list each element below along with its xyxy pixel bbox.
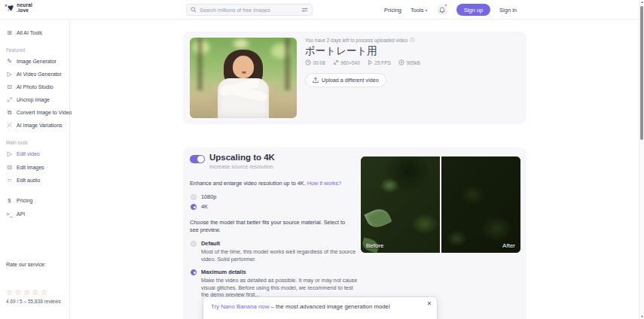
radio-unselected-icon — [191, 194, 197, 200]
sidebar-item-edit-video[interactable]: ▷ Edit video — [6, 149, 40, 158]
section-label-main-tools: Main tools — [6, 140, 28, 145]
uploaded-video-card: You have 2 days left to process uploaded… — [183, 32, 526, 124]
rating-score: 4.69 / 5 – 55,838 reviews — [6, 299, 61, 304]
after-label: After — [502, 242, 515, 249]
image-icon: ⊡ — [6, 164, 13, 171]
sidebar-item-ai-video-generator[interactable]: ▷ AI Video Generator — [6, 69, 62, 78]
notification-badge — [444, 4, 447, 7]
play-icon — [368, 59, 373, 65]
upscaling-subtitle: Increase source resolution — [209, 163, 273, 170]
model-option-maximum-details[interactable]: Maximum details — [191, 269, 246, 275]
before-after-preview[interactable]: Before After — [361, 156, 520, 253]
sidebar-item-pricing[interactable]: $ Pricing — [6, 196, 32, 205]
duration-value: 00:08 — [305, 59, 325, 65]
radio-unselected-icon — [191, 241, 197, 247]
chevron-down-icon: ▾ — [426, 8, 428, 13]
scrollbar-thumb[interactable] — [640, 6, 643, 140]
sidebar-item-image-generator[interactable]: ✎ Image Generator — [6, 56, 56, 65]
search-icon — [191, 7, 197, 13]
radio-selected-icon — [191, 204, 197, 210]
scroll-up-icon[interactable]: ▲ — [639, 0, 644, 4]
nav-pricing[interactable]: Pricing — [384, 7, 401, 14]
person-figure — [213, 50, 273, 118]
bokeh-highlight — [233, 39, 249, 48]
sidebar: ⊞ All AI Tools Featured ✎ Image Generato… — [0, 20, 70, 319]
filesize-value: 995kB — [398, 59, 420, 65]
sign-in-link[interactable]: Sign in — [499, 7, 517, 14]
upscaling-description: Enhance and enlarge video resolution up … — [190, 180, 359, 187]
sidebar-item-uncrop-image[interactable]: ⤢ Uncrop Image — [6, 95, 50, 104]
resolution-value: 960×540 — [333, 59, 360, 65]
search-input[interactable]: Search millions of free images — [186, 4, 313, 16]
app-window: ♥ neural .love Search millions of free i… — [0, 0, 644, 319]
upscaling-card: Upscaling to 4K Increase source resoluti… — [183, 147, 526, 319]
sidebar-item-api[interactable]: >_ API — [6, 209, 25, 218]
info-icon[interactable]: ⓘ — [410, 37, 415, 44]
upload-different-video-button[interactable]: Upload a different video — [305, 73, 386, 87]
after-region — [441, 156, 520, 253]
how-it-works-link[interactable]: How it works? — [307, 180, 341, 187]
tree-trunk — [285, 38, 290, 90]
camera-icon: ⊡ — [6, 84, 13, 90]
star-icon[interactable]: ☆ — [14, 288, 23, 296]
play-icon: ▷ — [6, 150, 13, 157]
nav-tools-dropdown[interactable]: Tools ▾ — [411, 7, 428, 14]
model-hint: Choose the model that better fits your s… — [190, 219, 349, 234]
section-label-featured: Featured — [6, 47, 25, 53]
sidebar-item-ai-image-variations[interactable]: ⤫ AI Image Variations — [6, 120, 63, 129]
resolution-option-4k[interactable]: 4K — [191, 203, 208, 210]
scroll-down-icon[interactable]: ▼ — [639, 314, 644, 318]
star-icon[interactable]: ☆ — [23, 288, 32, 296]
grid-icon: ⊞ — [6, 29, 13, 36]
sign-up-button[interactable]: Sign up — [456, 4, 490, 16]
resolution-option-1080p[interactable]: 1080p — [191, 193, 216, 200]
expand-arrows-icon: ⤢ — [6, 96, 13, 103]
model-option-default[interactable]: Default — [191, 240, 220, 247]
video-details: You have 2 days left to process uploaded… — [305, 32, 520, 124]
video-title: ポートレート用 — [305, 44, 377, 58]
dollar-icon: $ — [6, 197, 13, 204]
rate-service-label: Rate our service: — [6, 262, 46, 267]
sparkle-icon — [8, 9, 9, 11]
star-icon[interactable]: ☆ — [6, 288, 14, 296]
upload-icon — [313, 77, 319, 84]
video-meta: 00:08 960×540 25 FPS 995kB — [305, 59, 420, 65]
sidebar-item-convert-image-to-video[interactable]: ⧉ Convert Image to Video — [6, 108, 72, 117]
model-maximum-description: Make the video as detailed as possible. … — [201, 277, 359, 299]
play-icon: ▷ — [6, 71, 13, 77]
radio-selected-icon — [191, 269, 197, 275]
page-scrollbar[interactable]: ▲ ▼ — [639, 0, 644, 319]
fps-value: 25 FPS — [368, 59, 391, 65]
sidebar-item-all-ai-tools[interactable]: ⊞ All AI Tools — [6, 28, 42, 37]
logo-text: neural .love — [17, 2, 32, 13]
notifications-button[interactable] — [437, 5, 447, 15]
heart-logo-icon: ♥ — [7, 2, 14, 13]
rating-stars[interactable]: ☆☆☆☆☆ — [6, 288, 49, 296]
comparison-divider-handle[interactable] — [440, 156, 441, 253]
headphones-icon: ∩ — [6, 177, 13, 184]
sparkle-icon — [5, 5, 7, 7]
before-label: Before — [366, 242, 384, 249]
logo[interactable]: ♥ neural .love — [8, 2, 32, 13]
star-icon[interactable]: ☆ — [32, 288, 40, 296]
search-placeholder: Search millions of free images — [200, 8, 298, 13]
disk-icon — [398, 59, 404, 65]
video-thumbnail[interactable] — [190, 38, 297, 118]
tree-trunk — [197, 38, 203, 90]
shuffle-icon: ⤫ — [6, 122, 13, 129]
header-nav: Pricing Tools ▾ Sign up Sign in — [384, 0, 517, 20]
nano-banana-link[interactable]: Try Nano Banana now — [211, 303, 269, 310]
sidebar-item-ai-photo-studio[interactable]: ⊡ AI Photo Studio — [6, 82, 53, 91]
top-header: ♥ neural .love Search millions of free i… — [0, 0, 639, 20]
star-icon[interactable]: ☆ — [41, 288, 49, 296]
promo-text: Try Nano Banana now – the most advanced … — [211, 303, 390, 310]
promo-toast: Try Nano Banana now – the most advanced … — [203, 296, 438, 319]
sidebar-item-edit-audio[interactable]: ∩ Edit audio — [6, 175, 40, 184]
frames-icon: ⧉ — [6, 109, 13, 116]
upscaling-toggle[interactable] — [190, 155, 205, 163]
terminal-icon: >_ — [6, 211, 13, 217]
filter-icon[interactable] — [301, 7, 308, 13]
close-icon[interactable]: ✕ — [427, 300, 432, 307]
sidebar-item-edit-images[interactable]: ⊡ Edit images — [6, 163, 44, 172]
pen-icon: ✎ — [6, 58, 13, 65]
